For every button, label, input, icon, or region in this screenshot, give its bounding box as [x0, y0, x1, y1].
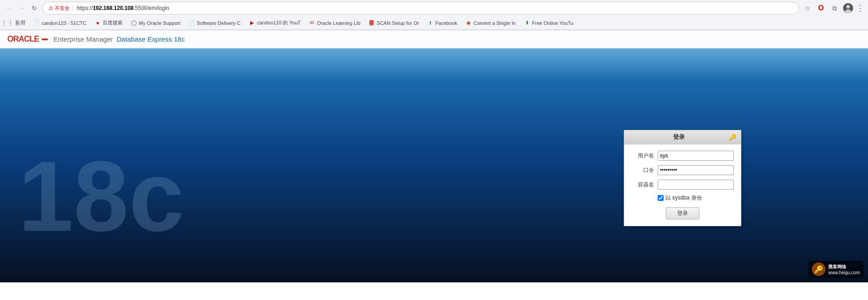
forward-button[interactable]: →	[16, 3, 27, 14]
login-dialog: 登录 🔑 用户名 口令 容器名 以 sysdba 身份 登录	[624, 130, 741, 226]
container-row: 容器名	[631, 180, 734, 190]
candon110-icon: ▶	[249, 20, 255, 26]
password-input[interactable]	[658, 165, 734, 175]
container-input[interactable]	[658, 180, 734, 190]
watermark-line1: 黑客网络	[828, 264, 860, 270]
login-button[interactable]: 登录	[666, 207, 699, 219]
toolbar-icons: ☆ O ⧉ ⋮	[802, 3, 864, 14]
candon123-icon: 📄	[33, 20, 40, 26]
login-dialog-title: 登录	[629, 133, 729, 141]
bookmark-software-delivery[interactable]: 📄 Software Delivery C	[185, 19, 244, 28]
bookmark-software-delivery-label: Software Delivery C	[197, 20, 241, 26]
bookmark-candon123[interactable]: 📄 candon123 - 51CTC	[30, 19, 90, 28]
login-dialog-header: 登录 🔑	[624, 130, 741, 144]
bookmark-candon110[interactable]: ▶ candon110 的 YouT	[245, 18, 304, 28]
svg-point-2	[845, 10, 851, 13]
oracle-learning-icon: ✉	[309, 20, 315, 26]
watermark-icon: 🔑	[812, 262, 825, 276]
convert-single-icon: ◉	[465, 20, 472, 26]
bookmark-scan-setup-label: SCAN Setup for Or	[377, 20, 419, 26]
login-dialog-close-icon[interactable]: 🔑	[729, 133, 736, 141]
oracle-logo: ORACLE	[7, 34, 48, 44]
username-input[interactable]	[658, 151, 734, 161]
opera-icon[interactable]: O	[816, 3, 826, 14]
star-icon[interactable]: ☆	[802, 3, 813, 14]
bookmark-baidu-label: 百度搜索	[103, 19, 123, 26]
facebook-icon: f	[427, 20, 433, 26]
bookmark-oracle-learning-label: Oracle Learning Lib	[317, 20, 360, 26]
sysdba-checkbox[interactable]	[658, 195, 664, 201]
bookmark-oracle-support-label: My Oracle Support	[139, 20, 180, 26]
apps-icon: ⋮⋮⋮	[7, 20, 14, 26]
watermark-line2: www.heigu.com	[828, 270, 860, 275]
oracle-support-icon: ◯	[131, 20, 137, 26]
security-text: 不安全	[55, 5, 70, 12]
software-delivery-icon: 📄	[189, 20, 195, 26]
sysdba-label: 以 sysdba 身份	[665, 194, 702, 202]
tabs-icon[interactable]: ⧉	[829, 3, 840, 14]
page-content: ORACLE Enterprise Manager Database Expre…	[0, 30, 868, 282]
svg-point-1	[846, 5, 850, 9]
bookmark-free-online-label: Free Online YouTu	[532, 20, 573, 26]
browser-chrome: ← → ↻ ⚠ 不安全 | https://192.168.120.108:55…	[0, 0, 868, 30]
svg-rect-3	[42, 38, 48, 40]
password-label: 口令	[631, 167, 654, 174]
back-button[interactable]: ←	[4, 3, 14, 14]
bookmark-facebook-label: Facebook	[435, 20, 457, 26]
bookmark-apps-label: 应用	[15, 19, 25, 26]
bookmark-oracle-learning[interactable]: ✉ Oracle Learning Lib	[305, 19, 364, 28]
oracle-logo-text: ORACLE	[7, 34, 39, 44]
bookmark-candon110-label: candon110 的 YouT	[257, 19, 301, 26]
menu-button[interactable]: ⋮	[856, 3, 864, 13]
url-display: https://192.168.120.108:5500/em/login	[76, 5, 169, 11]
free-online-icon: ⬇	[524, 20, 530, 26]
login-btn-row: 登录	[631, 207, 734, 219]
separator: |	[72, 5, 74, 11]
bookmark-free-online[interactable]: ⬇ Free Online YouTu	[520, 19, 577, 28]
sysdba-checkbox-row: 以 sysdba 身份	[658, 194, 734, 202]
baidu-icon: ♥	[95, 20, 101, 26]
watermark: 🔑 黑客网络 www.heigu.com	[808, 261, 863, 278]
bookmark-convert-single[interactable]: ◉ Convert a Single In	[462, 19, 520, 28]
watermark-text: 黑客网络 www.heigu.com	[828, 264, 860, 275]
url-prefix: https://	[76, 5, 93, 11]
address-bar[interactable]: ⚠ 不安全 | https://192.168.120.108:5500/em/…	[43, 2, 799, 14]
warning-icon: ⚠	[48, 5, 53, 11]
address-bar-row: ← → ↻ ⚠ 不安全 | https://192.168.120.108:55…	[0, 0, 868, 16]
bookmark-apps[interactable]: ⋮⋮⋮ 应用	[4, 18, 29, 28]
username-row: 用户名	[631, 151, 734, 161]
bookmark-oracle-support[interactable]: ◯ My Oracle Support	[127, 19, 184, 28]
login-form: 用户名 口令 容器名 以 sysdba 身份 登录	[624, 144, 741, 226]
nav-buttons: ← → ↻	[4, 3, 40, 14]
refresh-button[interactable]: ↻	[29, 3, 40, 14]
scan-setup-icon: 📕	[369, 20, 375, 26]
bookmark-scan-setup[interactable]: 📕 SCAN Setup for Or	[365, 19, 423, 28]
user-avatar[interactable]	[843, 3, 854, 14]
bookmark-candon123-label: candon123 - 51CTC	[42, 20, 86, 26]
url-port: :5500	[133, 5, 147, 11]
bookmark-baidu[interactable]: ♥ 百度搜索	[91, 18, 126, 28]
password-row: 口令	[631, 165, 734, 175]
bookmark-facebook[interactable]: f Facebook	[423, 19, 460, 28]
page-header: ORACLE Enterprise Manager Database Expre…	[0, 30, 868, 48]
url-host: 192.168.120.108	[93, 5, 133, 11]
security-warning: ⚠ 不安全	[48, 5, 70, 12]
db-express-label: Database Express 18c	[117, 35, 185, 43]
oracle-logo-mark	[42, 36, 48, 43]
bookmark-convert-single-label: Convert a Single In	[474, 20, 516, 26]
version-watermark: 18c	[18, 147, 184, 246]
container-label: 容器名	[631, 181, 654, 189]
username-label: 用户名	[631, 152, 654, 160]
bookmarks-bar: ⋮⋮⋮ 应用 📄 candon123 - 51CTC ♥ 百度搜索 ◯ My O…	[0, 16, 868, 30]
enterprise-manager-label: Enterprise Manager	[53, 35, 113, 43]
url-path: /em/login	[147, 5, 169, 11]
